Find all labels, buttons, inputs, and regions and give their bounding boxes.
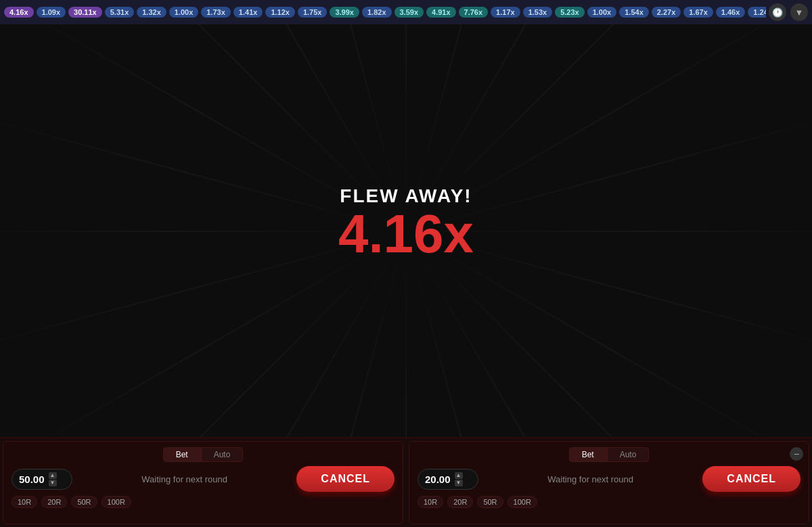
waiting-text: Waiting for next round [79,474,290,484]
settings-button[interactable]: ▼ [790,3,808,21]
multiplier-badge[interactable]: 3.99x [330,7,359,18]
bet-amount-controls: ▲▼ [455,472,463,486]
multiplier-badge[interactable]: 3.59x [394,7,424,18]
quick-bets: 10R20R50R100R [418,496,800,508]
quick-bet-100r[interactable]: 100R [508,496,537,508]
bet-amount-box: 20.00▲▼ [418,469,478,490]
quick-bet-20r[interactable]: 20R [41,496,67,508]
quick-bet-50r[interactable]: 50R [71,496,97,508]
panel-tabs: BetAuto [12,447,394,462]
multiplier-badge[interactable]: 1.09x [37,7,66,18]
bet-decrease-button[interactable]: ▼ [49,480,57,486]
cancel-button[interactable]: CANCEL [702,466,800,492]
quick-bet-10r[interactable]: 10R [418,496,443,508]
flew-away-multiplier: 4.16x [338,207,474,261]
bet-amount-controls: ▲▼ [49,472,57,486]
multiplier-badge[interactable]: 4.16x [4,7,34,18]
multiplier-badge[interactable]: 1.82x [362,7,392,18]
flew-away-container: FLEW AWAY! 4.16x [338,185,474,261]
bottom-panel: BetAuto50.00▲▼Waiting for next roundCANC… [0,437,812,527]
top-bar: 4.16x1.09x30.11x5.31x1.32x1.00x1.73x1.41… [0,0,812,24]
multiplier-badge[interactable]: 4.91x [426,7,456,18]
multiplier-badge[interactable]: 1.46x [716,7,746,18]
multiplier-badge[interactable]: 1.12x [265,7,295,18]
bet-panel-2: −BetAuto20.00▲▼Waiting for next roundCAN… [409,441,809,524]
tab-auto[interactable]: Auto [201,447,244,462]
bet-amount-box: 50.00▲▼ [12,469,72,490]
multiplier-badge[interactable]: 1.53x [523,7,553,18]
bet-amount-value: 50.00 [19,474,45,485]
quick-bet-10r[interactable]: 10R [12,496,37,508]
panel-tabs: BetAuto [418,447,800,462]
bet-row: 50.00▲▼Waiting for next roundCANCEL [12,466,394,492]
tab-bet[interactable]: Bet [569,447,607,462]
multiplier-badge[interactable]: 1.41x [233,7,263,18]
tab-auto[interactable]: Auto [607,447,650,462]
multiplier-badge[interactable]: 1.73x [201,7,231,18]
bet-amount-value: 20.00 [425,474,451,485]
tab-bet[interactable]: Bet [163,447,201,462]
multiplier-badge[interactable]: 1.00x [587,7,617,18]
multiplier-badge[interactable]: 1.67x [683,7,713,18]
quick-bet-100r[interactable]: 100R [102,496,131,508]
multiplier-badge[interactable]: 2.27x [652,7,681,18]
bet-increase-button[interactable]: ▲ [49,472,57,479]
remove-panel-button[interactable]: − [790,447,803,461]
waiting-text: Waiting for next round [485,474,696,484]
multiplier-badge[interactable]: 1.24x [748,7,766,18]
multiplier-badge[interactable]: 5.31x [105,7,135,18]
top-bar-end: 🕐 ▼ [769,3,808,21]
cancel-button[interactable]: CANCEL [296,466,394,492]
bet-decrease-button[interactable]: ▼ [455,480,463,486]
quick-bets: 10R20R50R100R [12,496,394,508]
multiplier-badge[interactable]: 30.11x [68,7,102,18]
multiplier-badge[interactable]: 1.75x [298,7,328,18]
history-button[interactable]: 🕐 [769,3,786,21]
multiplier-badge[interactable]: 7.76x [459,7,489,18]
multiplier-badge[interactable]: 1.32x [137,7,166,18]
bet-increase-button[interactable]: ▲ [455,472,463,479]
multiplier-badge[interactable]: 1.54x [619,7,649,18]
multiplier-badge[interactable]: 1.00x [169,7,199,18]
multiplier-list: 4.16x1.09x30.11x5.31x1.32x1.00x1.73x1.41… [4,7,766,18]
quick-bet-50r[interactable]: 50R [477,496,503,508]
bet-panel-1: BetAuto50.00▲▼Waiting for next roundCANC… [3,441,403,524]
game-canvas: FLEW AWAY! 4.16x [0,24,812,437]
quick-bet-20r[interactable]: 20R [447,496,473,508]
bet-row: 20.00▲▼Waiting for next roundCANCEL [418,466,800,492]
multiplier-badge[interactable]: 5.23x [555,7,585,18]
multiplier-badge[interactable]: 1.17x [491,7,520,18]
